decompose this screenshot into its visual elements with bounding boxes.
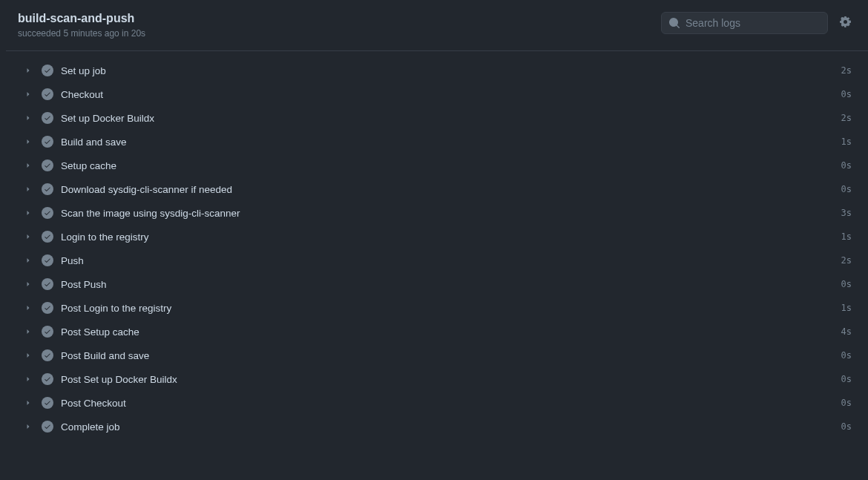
step-row[interactable]: Post Setup cache4s — [21, 320, 855, 343]
gear-icon — [840, 16, 852, 30]
chevron-right-icon — [24, 208, 34, 217]
step-duration: 1s — [841, 137, 852, 147]
step-row[interactable]: Set up Docker Buildx2s — [21, 106, 855, 130]
chevron-right-icon — [24, 398, 34, 407]
step-row[interactable]: Download sysdig-cli-scanner if needed0s — [21, 177, 855, 201]
step-duration: 0s — [841, 160, 852, 171]
steps-list: Set up job2sCheckout0sSet up Docker Buil… — [6, 51, 868, 446]
check-circle-icon — [42, 112, 53, 124]
check-circle-icon — [42, 326, 53, 338]
search-icon — [668, 17, 680, 29]
chevron-right-icon — [24, 114, 34, 122]
step-duration: 0s — [841, 350, 852, 361]
step-duration: 2s — [841, 255, 852, 266]
settings-button[interactable] — [837, 13, 855, 33]
step-row[interactable]: Build and save1s — [21, 130, 855, 154]
chevron-right-icon — [24, 232, 34, 241]
job-subtitle: succeeded 5 minutes ago in 20s — [18, 28, 145, 39]
check-circle-icon — [42, 373, 53, 385]
step-row[interactable]: Push2s — [21, 249, 855, 272]
step-name: Scan the image using sysdig-cli-scanner — [61, 208, 834, 219]
step-duration: 3s — [841, 208, 852, 218]
chevron-right-icon — [24, 256, 34, 265]
step-row[interactable]: Login to the registry1s — [21, 225, 855, 249]
step-name: Login to the registry — [61, 231, 834, 243]
job-header-left: build-scan-and-push succeeded 5 minutes … — [18, 12, 145, 39]
chevron-right-icon — [24, 66, 34, 75]
step-row[interactable]: Set up job2s — [21, 59, 855, 82]
check-circle-icon — [42, 183, 53, 195]
chevron-right-icon — [24, 375, 34, 384]
chevron-right-icon — [24, 161, 34, 170]
check-circle-icon — [42, 349, 53, 361]
step-duration: 0s — [841, 398, 852, 408]
check-circle-icon — [42, 254, 53, 266]
job-title: build-scan-and-push — [18, 12, 145, 25]
step-name: Complete job — [61, 421, 834, 433]
job-header: build-scan-and-push succeeded 5 minutes … — [6, 0, 868, 51]
check-circle-icon — [42, 65, 53, 76]
check-circle-icon — [42, 88, 53, 100]
check-circle-icon — [42, 302, 53, 314]
step-name: Post Login to the registry — [61, 303, 834, 314]
step-duration: 2s — [841, 113, 852, 123]
check-circle-icon — [42, 160, 53, 171]
step-name: Setup cache — [61, 160, 834, 171]
check-circle-icon — [42, 136, 53, 148]
step-name: Set up Docker Buildx — [61, 113, 834, 124]
check-circle-icon — [42, 397, 53, 409]
step-row[interactable]: Complete job0s — [21, 415, 855, 438]
step-row[interactable]: Post Build and save0s — [21, 343, 855, 367]
step-duration: 0s — [841, 184, 852, 194]
step-name: Build and save — [61, 137, 834, 148]
search-wrap — [661, 12, 828, 34]
step-name: Post Build and save — [61, 350, 834, 361]
step-name: Post Push — [61, 279, 834, 290]
step-row[interactable]: Scan the image using sysdig-cli-scanner3… — [21, 201, 855, 225]
step-row[interactable]: Post Push0s — [21, 272, 855, 296]
step-name: Post Setup cache — [61, 326, 834, 338]
step-row[interactable]: Post Set up Docker Buildx0s — [21, 367, 855, 391]
chevron-right-icon — [24, 280, 34, 289]
chevron-right-icon — [24, 422, 34, 431]
step-row[interactable]: Post Login to the registry1s — [21, 296, 855, 320]
step-name: Post Checkout — [61, 398, 834, 409]
step-duration: 0s — [841, 374, 852, 384]
step-name: Push — [61, 255, 834, 266]
chevron-right-icon — [24, 90, 34, 99]
chevron-right-icon — [24, 327, 34, 336]
check-circle-icon — [42, 421, 53, 433]
step-name: Download sysdig-cli-scanner if needed — [61, 184, 834, 195]
step-duration: 1s — [841, 231, 852, 242]
step-duration: 4s — [841, 326, 852, 337]
step-row[interactable]: Post Checkout0s — [21, 391, 855, 415]
check-circle-icon — [42, 231, 53, 243]
step-name: Checkout — [61, 89, 834, 100]
check-circle-icon — [42, 278, 53, 290]
step-duration: 0s — [841, 89, 852, 99]
step-row[interactable]: Setup cache0s — [21, 154, 855, 177]
chevron-right-icon — [24, 137, 34, 146]
chevron-right-icon — [24, 351, 34, 360]
job-header-right — [661, 12, 855, 34]
step-duration: 2s — [841, 65, 852, 76]
step-row[interactable]: Checkout0s — [21, 82, 855, 106]
chevron-right-icon — [24, 303, 34, 312]
step-duration: 1s — [841, 303, 852, 313]
step-duration: 0s — [841, 279, 852, 289]
check-circle-icon — [42, 207, 53, 219]
chevron-right-icon — [24, 185, 34, 194]
step-duration: 0s — [841, 421, 852, 432]
step-name: Post Set up Docker Buildx — [61, 374, 834, 385]
step-name: Set up job — [61, 65, 834, 76]
search-input[interactable] — [661, 12, 828, 34]
